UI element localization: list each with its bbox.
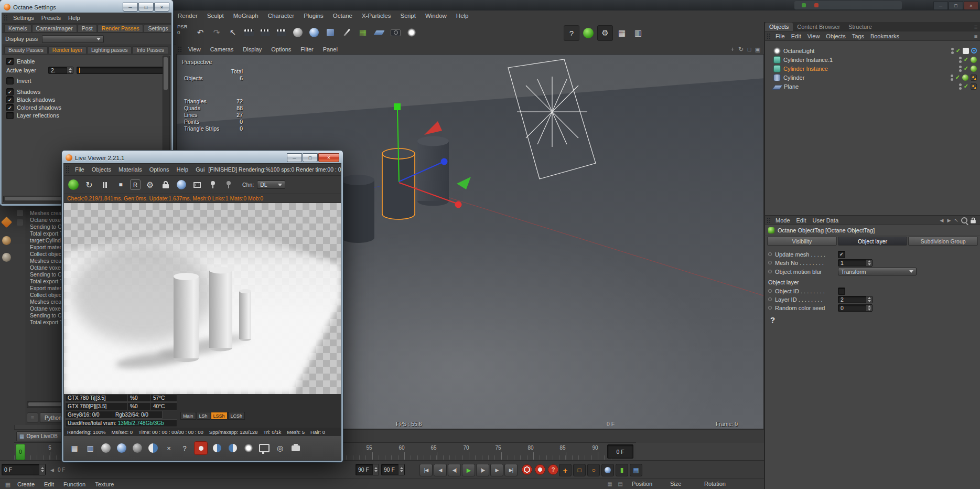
tab-lighting-passes[interactable]: Lighting passes [87,46,132,54]
anim-dot-icon[interactable] [768,261,772,264]
shading-ball-icon[interactable] [100,442,112,454]
screens-icon[interactable]: ▥ [84,442,96,454]
console-log[interactable]: Meshes creatiOctane voxeliSending to O T… [30,210,64,326]
menu-octane[interactable]: Octane [328,10,357,22]
layer-reflections-checkbox[interactable] [6,112,14,119]
sphere-primitive-icon[interactable] [307,25,321,40]
shadows-checkbox[interactable] [6,88,14,95]
random-seed-field[interactable]: 0 [838,304,873,312]
prev-frame-icon[interactable] [448,464,461,476]
lv-menu-options[interactable]: Options [146,164,173,175]
camera-device-icon[interactable] [289,442,302,454]
maximize-button[interactable]: □ [949,1,963,10]
bb-menu-create[interactable]: Create [13,479,39,489]
maximize-button[interactable]: □ [138,3,154,12]
render-check-icon[interactable]: ✓ [964,83,968,90]
menu-script[interactable]: Script [396,10,421,22]
shading-ball-icon[interactable] [147,442,159,454]
tab-post[interactable]: Post [78,24,97,32]
visibility-dots-icon[interactable] [959,57,962,63]
object-row-cylinder[interactable]: Cylinder ✓ [765,73,980,82]
camera-label[interactable]: Perspective [182,59,212,65]
light-tag-icon[interactable] [971,48,977,54]
next-key-icon[interactable] [490,464,503,476]
grip-icon[interactable] [767,33,771,39]
nav-left-icon[interactable]: ◀ [938,217,945,224]
object-row-cylinder-instance[interactable]: Cylinder Instance ✓ [765,64,980,73]
vp-menu-cameras[interactable]: Cameras [206,45,239,54]
os-menu-settings[interactable]: Settings [9,13,38,23]
gear-icon[interactable]: ⚙ [144,178,156,191]
refresh-icon[interactable]: ↻ [83,178,95,191]
lv-menu-objects[interactable]: Objects [88,164,115,175]
attr-menu-edit[interactable]: Edit [793,216,810,225]
tab-content-browser[interactable]: Content Browser [793,23,844,31]
channel-dropdown[interactable]: DL [257,180,285,189]
key-rotation-icon[interactable] [587,464,600,476]
screens-icon[interactable]: ▥ [631,26,645,40]
bb-menu-texture[interactable]: Texture [90,479,119,489]
stepper-icon[interactable] [67,67,73,73]
half-sphere-icon[interactable] [211,442,223,454]
current-frame-field[interactable]: 0 F [2,464,46,475]
minimize-button[interactable]: ─ [287,153,302,162]
menu-help[interactable]: Help [451,10,473,22]
invert-checkbox[interactable] [6,77,14,84]
render-region-icon[interactable] [258,25,273,40]
octane-settings-titlebar[interactable]: Octane Settings ─ □ × [2,2,171,13]
om-menu-objects[interactable]: Objects [823,31,848,41]
record-icon[interactable] [194,441,208,455]
nav-right-icon[interactable]: ▶ [945,217,953,224]
object-label[interactable]: Cylinder [783,75,804,81]
shading-ball-icon[interactable] [131,442,144,454]
grid-icon[interactable]: ▦ [615,26,629,40]
tab-cameraimager[interactable]: CameraImager [32,24,77,32]
layer-id-field[interactable]: 2 [838,296,873,303]
console-icon[interactable] [17,210,23,216]
visibility-dots-icon[interactable] [951,48,954,54]
shuffle-icon[interactable]: × [163,442,175,454]
om-menu-view[interactable]: View [804,31,823,41]
grip-icon[interactable] [767,217,771,223]
anim-dot-icon[interactable] [768,252,772,256]
om-menu-file[interactable]: File [772,31,788,41]
grid-icon[interactable]: ▦ [68,442,81,454]
render-check-icon[interactable]: ✓ [964,56,968,63]
object-row-cylinder-instance1[interactable]: Cylinder Instance.1 ✓ [765,55,980,64]
open-livedb-button[interactable]: ▦ Open LiveDB [16,431,67,441]
bb-menu-edit[interactable]: Edit [39,479,59,489]
scrollbar-thumb[interactable] [164,57,168,90]
key-parameter-icon[interactable] [601,464,614,476]
tab-kernels[interactable]: Kernels [4,24,31,32]
key-position-icon[interactable] [559,464,572,476]
goto-end-icon[interactable] [504,464,518,476]
gear-icon[interactable]: ⚙ [597,25,613,41]
anim-dot-icon[interactable] [768,297,772,301]
sun-icon[interactable] [242,442,255,454]
frame-icon[interactable] [191,178,203,191]
update-mesh-checkbox[interactable] [838,251,845,258]
minimize-button[interactable]: ─ [933,1,948,10]
close-button[interactable]: × [318,153,339,162]
console-icon[interactable] [17,219,23,226]
stepper-icon[interactable] [866,260,872,266]
visibility-dots-icon[interactable] [959,66,962,72]
camera-icon[interactable] [388,25,403,40]
shading-ball-icon[interactable] [115,442,128,454]
stepper-icon[interactable] [398,464,404,475]
pin-icon[interactable] [222,178,235,191]
toggle-view-icon[interactable]: ▣ [753,45,762,54]
python-icon[interactable]: ≡ [27,412,38,423]
current-frame-marker[interactable]: 0 [16,444,25,460]
rotate-view-icon[interactable]: ↻ [737,45,745,54]
stop-icon[interactable]: ■ [114,178,127,191]
close-button[interactable]: × [964,1,978,10]
menu-icon[interactable]: ≡ [972,23,980,30]
tab-visibility[interactable]: Visibility [767,237,837,246]
object-label[interactable]: Cylinder Instance.1 [783,57,833,63]
pen-icon[interactable] [339,25,354,40]
pass-tab-lssh[interactable]: LSSh [211,412,228,420]
prev-key-icon[interactable] [434,464,447,476]
lv-menu-gui[interactable]: Gui [192,164,208,175]
mesh-no-field[interactable]: 1 [838,259,873,267]
